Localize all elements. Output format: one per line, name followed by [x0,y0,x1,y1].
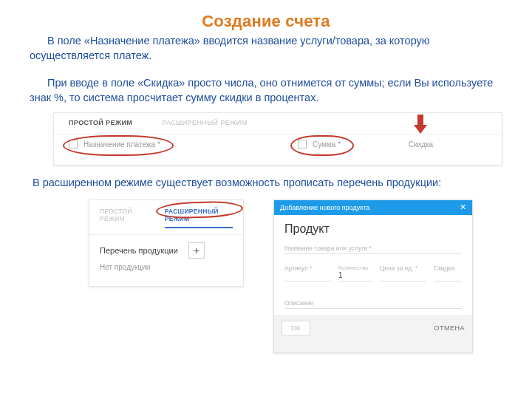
close-icon[interactable]: ✕ [460,202,466,212]
page-title: Создание счета [0,0,532,31]
field-quantity-value: 1 [338,271,372,279]
paragraph-1: В поле «Назначение платежа» вводится наз… [0,34,532,63]
annotation-circle-purpose [63,135,174,156]
paragraph-1-text: В поле «Назначение платежа» вводится наз… [30,35,430,61]
tab-simple-2[interactable]: ПРОСТОЙ РЕЖИМ [100,208,150,228]
paragraph-2-text: При вводе в поле «Скидка» просто числа, … [30,77,493,103]
dialog-title: Добавление нового продукта [280,204,369,211]
annotation-arrow-discount [414,115,427,134]
screenshot-add-product-dialog: Добавление нового продукта ✕ Продукт Наз… [273,200,473,353]
field-discount[interactable]: Скидка [434,260,462,282]
tab-simple[interactable]: ПРОСТОЙ РЕЖИМ [69,119,132,126]
annotation-circle-sum [290,135,354,156]
paragraph-3: В расширенном режиме существует возможно… [0,176,532,191]
tab-extended[interactable]: РАСШИРЕННЫЙ РЕЖИМ [162,119,247,126]
cancel-button[interactable]: ОТМЕНА [434,324,465,332]
field-discount-label: Скидка [409,140,433,149]
dialog-heading: Продукт [274,215,472,240]
field-price[interactable]: Цена за ед. * [380,260,426,282]
screenshot-extended-tab: ПРОСТОЙ РЕЖИМ РАСШИРЕННЫЙ РЕЖИМ Перечень… [89,200,244,287]
ok-button[interactable]: OK [282,321,310,335]
add-product-button[interactable]: + [188,242,205,259]
field-description[interactable]: Описание [284,295,462,309]
screenshot-simple-mode: ПРОСТОЙ РЕЖИМ РАСШИРЕННЫЙ РЕЖИМ Назначен… [53,112,502,166]
field-quantity[interactable]: Количество 1 [338,260,372,282]
empty-products-text: Нет продукции [89,263,243,271]
field-product-name[interactable]: Название товара или услуги * [284,240,462,254]
field-article[interactable]: Артикул * [284,260,331,282]
products-label: Перечень продукции [100,246,178,255]
field-quantity-label: Количество [338,265,372,271]
paragraph-2: При вводе в поле «Скидка» просто числа, … [0,76,532,105]
